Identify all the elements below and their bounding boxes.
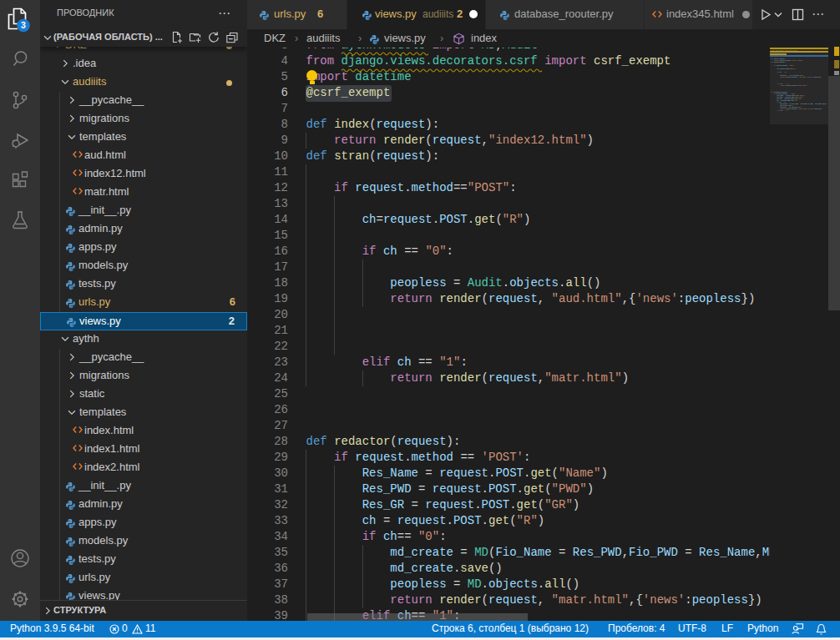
svg-text:3: 3 [21,20,26,30]
